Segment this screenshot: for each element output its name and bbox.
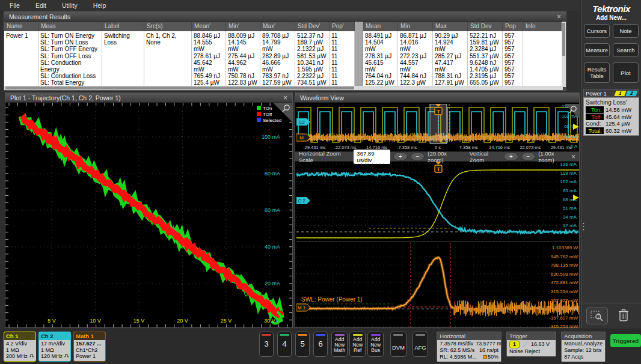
plot-titlebar[interactable]: Plot 1 - Trajectory(Ch 1, Ch 2, Power 1)… xyxy=(5,93,292,103)
power1-badge[interactable]: Power 1 1 2 xyxy=(583,89,639,97)
menu-item-help[interactable]: Help xyxy=(93,2,106,9)
vertical-scrollbar[interactable] xyxy=(562,22,566,87)
menu-item-utility[interactable]: Utility xyxy=(62,2,78,9)
add-new-bus-button[interactable]: AddNewBus xyxy=(367,332,384,357)
trigger-panel[interactable]: Trigger 1 16.63 V Noise Reject xyxy=(506,332,556,357)
channel-badge-title: Ch 1 xyxy=(4,332,35,340)
power1-badge-title: Power 1 xyxy=(586,90,614,97)
trigger-marker[interactable]: T xyxy=(435,162,442,172)
bottom-settings-bar: Ch 14.2 V/div1 MΩ200 MHzCh 217 mA/div1 M… xyxy=(0,329,641,364)
column-divider xyxy=(355,22,363,31)
svg-text:85 mA: 85 mA xyxy=(563,188,577,193)
svg-text:0 A: 0 A xyxy=(571,144,577,149)
cell-stddev_p: 512.37 nJ 189.7 µW 2.1322 µJ 581.53 µW 1… xyxy=(295,31,330,87)
horizontal-value-right: 50% xyxy=(483,354,498,360)
dvm-button[interactable]: DVM xyxy=(390,332,406,357)
cell-meas: SL: Turn ON Energy SL: Turn ON Loss SL: … xyxy=(38,31,102,87)
channel-button-4[interactable]: 4 xyxy=(277,332,292,357)
horizontal-value-left: SR: 62.5 MS/s xyxy=(440,347,474,354)
close-zoom-icon[interactable]: × xyxy=(571,153,575,161)
channel-color-stripe xyxy=(316,334,325,336)
svg-text:60 mA: 60 mA xyxy=(265,207,280,213)
svg-text:40 mA: 40 mA xyxy=(265,244,280,250)
horizontal-panel[interactable]: Horizontal 7.3578 ms/div73.5777 msSR: 62… xyxy=(437,332,501,362)
vzoom-in-button[interactable]: + xyxy=(504,153,518,160)
menu-item-edit[interactable]: Edit xyxy=(35,2,46,9)
column-header-max: Max xyxy=(433,22,468,31)
column-header-label: Label xyxy=(102,22,144,31)
horizontal-scrollbar[interactable] xyxy=(4,86,563,90)
zoom-out-button[interactable]: − xyxy=(411,153,425,160)
afg-stripe xyxy=(416,334,425,336)
channel-badge-title: Math 1 xyxy=(74,332,105,340)
dvm-stripe xyxy=(393,334,403,336)
sidebar-button-cursors[interactable]: Cursors xyxy=(584,24,610,38)
waveform-title: Waveform View xyxy=(300,94,344,102)
loss-value: 125.4 µW xyxy=(606,120,630,127)
scrollbar-thumb[interactable] xyxy=(562,23,565,56)
channel-badge-ch1[interactable]: Ch 14.2 V/div1 MΩ200 MHz xyxy=(4,332,36,362)
svg-text:T: T xyxy=(437,109,440,115)
column-header-min: Min xyxy=(398,22,433,31)
zoom-select-button[interactable] xyxy=(586,308,608,324)
add-new-math-button[interactable]: AddNewMath xyxy=(331,332,348,357)
acquisition-panel[interactable]: Acquisition Manual, Analyze Sample: 12 b… xyxy=(561,332,606,362)
menu-bar: FileEditUtilityHelp xyxy=(0,0,580,11)
sidebar-button-note[interactable]: Note xyxy=(613,24,639,38)
zoomed-current-view: T136 mA119 mA102 mA85 mA68 mA51 mA34 mA1… xyxy=(296,162,579,241)
svg-text:80 mA: 80 mA xyxy=(265,171,280,177)
svg-text:100 mA: 100 mA xyxy=(262,134,280,140)
scrollbar-thumb[interactable] xyxy=(5,86,354,89)
channel-badge-line: 1 MΩ xyxy=(6,347,34,354)
sidebar-button-results-table[interactable]: Results Table xyxy=(584,62,610,83)
waveform-titlebar[interactable]: Waveform View xyxy=(295,93,579,103)
svg-text:945.762 mW: 945.762 mW xyxy=(551,254,578,259)
channel-badge-math1[interactable]: Math 1157.627 ...Ch1*Ch2Power 1 xyxy=(73,332,106,362)
close-icon[interactable]: × xyxy=(283,95,287,101)
sidebar-button-measure[interactable]: Measure xyxy=(584,43,610,57)
add-new-ref-button[interactable]: AddNewRef xyxy=(349,332,366,357)
channel-badge-line: 1 MΩ xyxy=(41,347,69,354)
measurement-results-window: Measurement Results × NameMeasLabelSrc(s… xyxy=(4,11,566,91)
menu-item-file[interactable]: File xyxy=(10,2,20,9)
zoom-select-icon xyxy=(590,311,604,321)
loss-label: Total: xyxy=(586,127,604,134)
svg-text:30 V: 30 V xyxy=(264,318,275,324)
channel-badges: Ch 14.2 V/div1 MΩ200 MHzCh 217 mA/div1 M… xyxy=(4,332,108,362)
plot-title: Plot 1 - Trajectory(Ch 1, Ch 2, Power 1) xyxy=(10,94,121,102)
zoom-in-button[interactable]: + xyxy=(393,153,408,160)
tektronix-logo: Tektronix xyxy=(581,4,641,14)
svg-text:-157.627 mW: -157.627 mW xyxy=(549,315,578,321)
channel-button-3[interactable]: 3 xyxy=(259,332,274,357)
loss-readout-row: Toff:45.64 mW xyxy=(586,114,637,121)
horizontal-panel-title: Horizontal xyxy=(437,332,501,340)
waveform-overview: T-29.431 ms-22.073 ms-14.716 ms-7.358 ms… xyxy=(296,104,579,151)
column-header-pop: Pop xyxy=(503,22,523,31)
trash-button[interactable] xyxy=(618,308,630,324)
bandwidth-icon xyxy=(64,353,70,360)
channel-color-stripe xyxy=(298,334,307,336)
channel-button-6[interactable]: 6 xyxy=(313,332,328,357)
sidebar-button-plot[interactable]: Plot xyxy=(613,62,639,83)
close-icon[interactable]: × xyxy=(557,14,561,20)
bandwidth-icon xyxy=(29,353,35,360)
svg-text:102 mA: 102 mA xyxy=(560,179,577,184)
svg-text:15 V: 15 V xyxy=(133,318,145,324)
source1-flag: 1 xyxy=(614,91,626,96)
channel-marker-badge[interactable]: C 2 xyxy=(296,197,310,204)
channel-button-5[interactable]: 5 xyxy=(295,332,310,357)
cell-min_p: 88.009 µJ 14.145 mW 275.44 µJ 44.962 mW … xyxy=(226,31,260,87)
panel-drag-handle[interactable]: ⋮ xyxy=(579,223,588,229)
vzoom-out-button[interactable]: − xyxy=(521,153,536,160)
loss-readout-row: Ton:14.56 mW xyxy=(586,106,637,114)
zoom-right-labels: 136 mA119 mA102 mA85 mA68 mA51 mA34 mA17… xyxy=(560,162,577,228)
trajectory-plot: 5 V10 V15 V20 V25 V30 V100 mA80 mA60 mA4… xyxy=(5,103,292,327)
column-header-name: Name xyxy=(4,22,38,31)
trigger-level: 16.63 V xyxy=(531,341,550,348)
plot-legend: TOnTOffSelected xyxy=(257,106,281,123)
add-button-line: Ref xyxy=(354,348,361,353)
channel-badge-ch2[interactable]: Ch 217 mA/div1 MΩ120 MHz xyxy=(38,332,71,362)
sidebar-button-search[interactable]: Search xyxy=(613,43,639,57)
column-divider xyxy=(355,31,363,87)
afg-button[interactable]: AFG xyxy=(413,332,429,357)
